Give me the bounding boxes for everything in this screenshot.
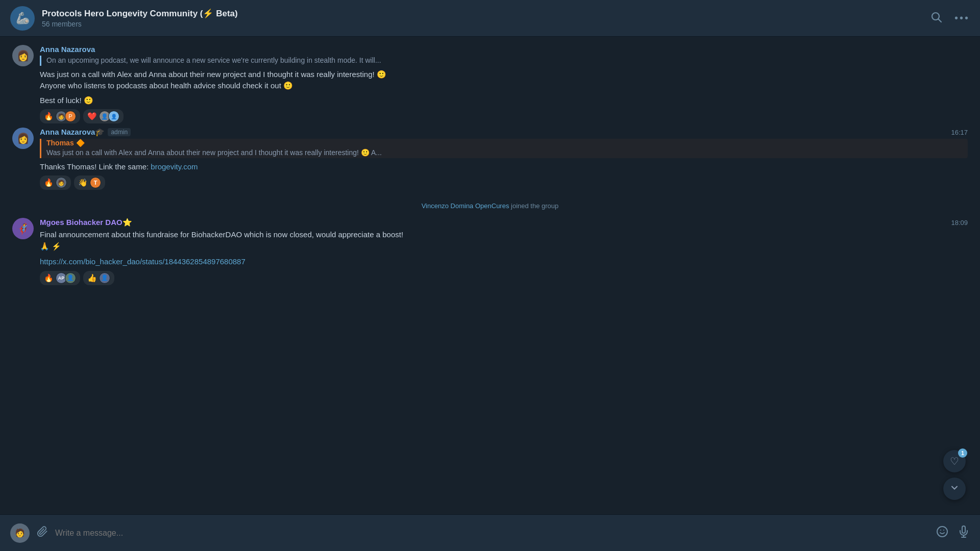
attach-icon[interactable] [37, 526, 48, 540]
message-body: Anna Nazarova On an upcoming podcast, we… [40, 45, 968, 123]
reactions: 🔥 🧑 👋 T [40, 176, 968, 190]
quote-text: On an upcoming podcast, we will announce… [46, 56, 968, 66]
message-input[interactable] [55, 529, 929, 538]
member-count: 56 members [42, 20, 930, 28]
reaction-thumbsup[interactable]: 👍 👤 [83, 271, 114, 285]
group-avatar: 🦾 [10, 6, 35, 31]
chat-area: 👩 Anna Nazarova On an upcoming podcast, … [0, 37, 980, 514]
chat-header: 🦾 Protocols Hero Longevity Community (⚡ … [0, 0, 980, 37]
message-row: 👩 Anna Nazarova🎓 admin 16:17 Thomas 🔶 Wa… [12, 128, 968, 190]
sender-name: Anna Nazarova🎓 [40, 128, 105, 137]
reaction-avatar: 🧑 [56, 177, 67, 188]
message-header: Mgoes Biohacker DAO⭐ 18:09 [40, 218, 968, 227]
emoji-icon[interactable] [936, 525, 948, 541]
header-actions: ••• [930, 11, 970, 26]
microphone-icon[interactable] [958, 525, 970, 541]
user-avatar: 🧑 [10, 523, 30, 543]
more-options-icon[interactable]: ••• [954, 12, 970, 24]
search-icon[interactable] [930, 11, 942, 26]
reactions: 🔥 🧑 P ❤️ 👤 👤 [40, 109, 968, 123]
message-time: 16:17 [951, 129, 968, 136]
reaction-avatar: 👤 [99, 272, 110, 284]
quote-block: Thomas 🔶 Was just on a call with Alex an… [40, 139, 968, 158]
message-text: Was just on a call with Alex and Anna ab… [40, 69, 968, 92]
chevron-down-icon [949, 483, 960, 495]
reaction-avatar: 👤 [65, 272, 76, 284]
reaction-avatar: P [65, 111, 76, 122]
message-time: 18:09 [951, 219, 968, 227]
heart-button[interactable]: ♡ 1 [943, 450, 966, 472]
message-text-2: Best of luck! 🙂 [40, 95, 968, 107]
svg-point-2 [937, 527, 947, 537]
heart-badge: 1 [958, 448, 967, 458]
scroll-down-button[interactable] [943, 478, 966, 500]
app-container: 🦾 Protocols Hero Longevity Community (⚡ … [0, 0, 980, 551]
sender-tag: admin [108, 128, 131, 136]
header-info: Protocols Hero Longevity Community (⚡ Be… [42, 8, 930, 28]
message-text: Final announcement about this fundraise … [40, 229, 968, 252]
join-action: joined the group [511, 202, 558, 210]
message-link: https://x.com/bio_hacker_dao/status/1844… [40, 256, 968, 268]
sender-name: Mgoes Biohacker DAO⭐ [40, 218, 132, 227]
message-row: 🦸 Mgoes Biohacker DAO⭐ 18:09 Final annou… [12, 218, 968, 285]
join-username: Vincenzo Domina OpenCures [422, 202, 509, 210]
avatar: 👩 [12, 45, 34, 66]
quote-author: Thomas 🔶 [46, 139, 968, 147]
reactions: 🔥 AP 👤 👍 👤 [40, 271, 968, 285]
reaction-fire[interactable]: 🔥 🧑 [40, 176, 71, 190]
reaction-avatar: T [90, 177, 101, 188]
system-message: Vincenzo Domina OpenCures joined the gro… [12, 202, 968, 210]
svg-line-1 [938, 19, 941, 22]
message-text: Thanks Thomas! Link the same: brogevity.… [40, 161, 968, 173]
input-area: 🧑 [0, 514, 980, 551]
heart-icon: ♡ [950, 455, 959, 467]
reaction-avatar: 👤 [108, 111, 119, 122]
input-right-icons [936, 525, 970, 541]
reaction-fire[interactable]: 🔥 AP 👤 [40, 271, 80, 285]
quote-block: On an upcoming podcast, we will announce… [40, 56, 968, 66]
message-row: 👩 Anna Nazarova On an upcoming podcast, … [12, 45, 968, 123]
avatar: 👩 [12, 128, 34, 149]
biohacker-link[interactable]: https://x.com/bio_hacker_dao/status/1844… [40, 257, 246, 266]
message-body: Anna Nazarova🎓 admin 16:17 Thomas 🔶 Was … [40, 128, 968, 190]
sender-name: Anna Nazarova [40, 45, 968, 54]
brogevity-link[interactable]: brogevity.com [151, 162, 198, 171]
float-actions: ♡ 1 [943, 450, 966, 500]
reaction-heart[interactable]: ❤️ 👤 👤 [83, 109, 124, 123]
quote-text: Was just on a call with Alex and Anna ab… [46, 148, 968, 158]
message-body: Mgoes Biohacker DAO⭐ 18:09 Final announc… [40, 218, 968, 285]
message-header: Anna Nazarova🎓 admin 16:17 [40, 128, 968, 137]
reaction-fire[interactable]: 🔥 🧑 P [40, 109, 80, 123]
reaction-wave[interactable]: 👋 T [74, 176, 105, 190]
group-name: Protocols Hero Longevity Community (⚡ Be… [42, 8, 930, 19]
avatar: 🦸 [12, 218, 34, 239]
